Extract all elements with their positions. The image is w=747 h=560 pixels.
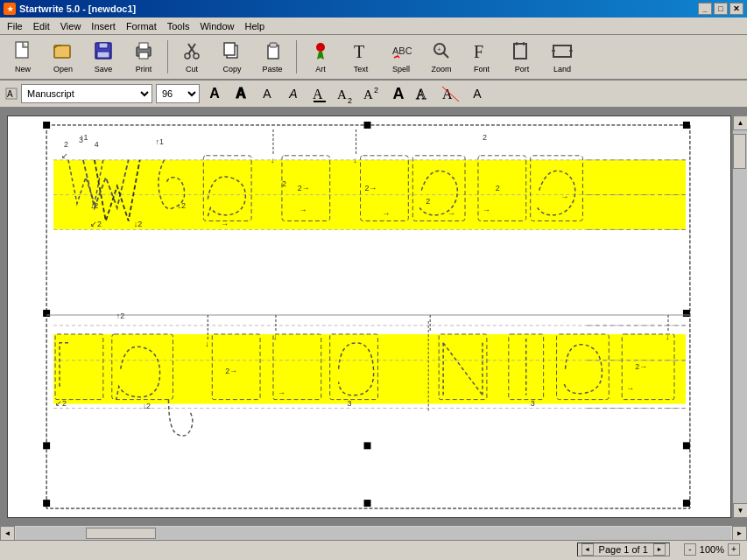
zoom-label: Zoom <box>431 65 451 74</box>
menu-window[interactable]: Window <box>194 19 239 33</box>
style-btn-7[interactable]: A2 <box>361 83 384 104</box>
spell-button[interactable]: ABC Spell <box>382 38 420 76</box>
land-button[interactable]: Land <box>543 38 581 76</box>
zoom-plus-button[interactable]: + <box>728 543 740 556</box>
new-icon <box>12 40 33 64</box>
svg-text:T: T <box>354 42 364 61</box>
svg-text:A: A <box>337 88 347 102</box>
svg-text:→: → <box>447 210 455 219</box>
svg-text:↓: ↓ <box>205 340 208 348</box>
svg-text:→: → <box>483 206 490 214</box>
zoom-level: 100% <box>698 544 726 555</box>
font-name-wrapper[interactable]: Manuscript <box>21 84 152 103</box>
text-label: Text <box>354 65 369 74</box>
svg-point-16 <box>316 43 325 52</box>
style-btn-11[interactable]: A <box>466 83 489 104</box>
print-button[interactable]: Print <box>124 38 163 76</box>
svg-point-10 <box>185 53 190 59</box>
svg-rect-41 <box>43 122 50 129</box>
style-btn-8[interactable]: A <box>387 83 410 104</box>
svg-rect-89 <box>53 334 686 404</box>
svg-rect-46 <box>43 500 50 507</box>
page-next-button[interactable]: ► <box>653 543 666 556</box>
open-label: Open <box>53 65 73 74</box>
maximize-button[interactable]: □ <box>714 3 728 15</box>
page-prev-button[interactable]: ◄ <box>581 543 594 556</box>
svg-text:→: → <box>382 210 390 219</box>
scroll-up-button[interactable]: ▲ <box>733 116 747 130</box>
svg-text:3: 3 <box>348 399 352 408</box>
cut-icon <box>181 40 202 64</box>
style-btn-6[interactable]: A2 <box>335 83 357 104</box>
window-controls[interactable]: _ □ ✕ <box>698 3 743 15</box>
zoom-icon: + <box>431 40 452 64</box>
font-icon: F <box>471 40 492 64</box>
svg-text:2: 2 <box>282 179 286 188</box>
svg-rect-0 <box>16 42 28 58</box>
style-btn-3[interactable]: A <box>256 83 278 104</box>
save-button[interactable]: Save <box>84 38 123 76</box>
svg-rect-44 <box>43 310 50 317</box>
svg-text:2: 2 <box>496 184 500 192</box>
cut-button[interactable]: Cut <box>173 38 211 76</box>
style-btn-2[interactable]: A <box>229 83 252 104</box>
style-btn-10[interactable]: A <box>440 83 462 104</box>
close-button[interactable]: ✕ <box>729 3 743 15</box>
cut-label: Cut <box>186 65 198 74</box>
menu-tools[interactable]: Tools <box>162 19 195 33</box>
scroll-right-button[interactable]: ► <box>732 526 747 541</box>
scroll-thumb-v[interactable] <box>733 134 746 169</box>
svg-text:2→: 2→ <box>298 184 310 192</box>
port-button[interactable]: Port <box>503 38 541 76</box>
art-button[interactable]: Art <box>301 38 340 76</box>
text-button[interactable]: T Text <box>342 38 380 76</box>
font-name-select[interactable]: Manuscript <box>21 84 152 103</box>
open-icon <box>53 40 74 64</box>
scroll-thumb-h[interactable] <box>86 528 156 539</box>
style-btn-9[interactable]: A <box>413 83 436 104</box>
font-size-select[interactable]: 96 72 48 36 <box>156 84 200 103</box>
bottom-area: ◄ ► ◄ Page 1 of 1 ► - 100% + <box>0 525 747 557</box>
svg-text:↓: ↓ <box>273 332 277 341</box>
print-label: Print <box>136 65 152 74</box>
scroll-left-button[interactable]: ◄ <box>0 526 15 541</box>
document-svg: 2 3 4 ↙ ↓2 ↑1 ↙2 ↓2 <box>8 116 730 517</box>
horizontal-scrollbar-area: ◄ ► <box>0 525 747 540</box>
main-area: 2 3 4 ↙ ↓2 ↑1 ↙2 ↓2 <box>0 108 747 525</box>
font-size-wrapper[interactable]: 96 72 48 36 <box>156 84 200 103</box>
svg-text:2: 2 <box>374 86 378 94</box>
svg-text:→: → <box>561 192 569 201</box>
menu-bar: File Edit View Insert Format Tools Windo… <box>0 18 747 35</box>
menu-edit[interactable]: Edit <box>28 19 55 33</box>
svg-point-11 <box>194 53 199 59</box>
font-toolbar: A Manuscript 96 72 48 36 A A A A A A2 A2… <box>0 80 747 108</box>
zoom-button[interactable]: + Zoom <box>422 38 461 76</box>
paste-button[interactable]: Paste <box>253 38 292 76</box>
copy-button[interactable]: Copy <box>213 38 251 76</box>
svg-text:2: 2 <box>348 96 352 103</box>
menu-insert[interactable]: Insert <box>86 19 121 33</box>
menu-file[interactable]: File <box>2 19 28 33</box>
document-canvas[interactable]: 2 3 4 ↙ ↓2 ↑1 ↙2 ↓2 <box>7 116 731 518</box>
menu-help[interactable]: Help <box>240 19 271 33</box>
svg-text:A: A <box>313 87 323 102</box>
new-button[interactable]: New <box>4 38 42 76</box>
style-btn-1[interactable]: A <box>203 83 226 104</box>
style-btn-4[interactable]: A <box>282 83 305 104</box>
menu-format[interactable]: Format <box>121 19 162 33</box>
spell-icon: ABC <box>391 40 412 64</box>
print-icon <box>133 40 154 64</box>
svg-text:→: → <box>626 384 634 393</box>
font-button[interactable]: F Font <box>462 38 501 76</box>
text-icon: T <box>350 40 371 64</box>
menu-view[interactable]: View <box>55 19 87 33</box>
zoom-minus-button[interactable]: - <box>684 543 696 556</box>
svg-text:↙2: ↙2 <box>90 220 102 228</box>
scroll-down-button[interactable]: ▼ <box>733 503 747 518</box>
minimize-button[interactable]: _ <box>698 3 712 15</box>
style-btn-5[interactable]: A <box>308 83 331 104</box>
vertical-scrollbar[interactable]: ▲ ▼ <box>732 116 747 518</box>
art-label: Art <box>315 65 326 74</box>
app-icon: ★ <box>4 3 16 15</box>
open-button[interactable]: Open <box>44 38 82 76</box>
